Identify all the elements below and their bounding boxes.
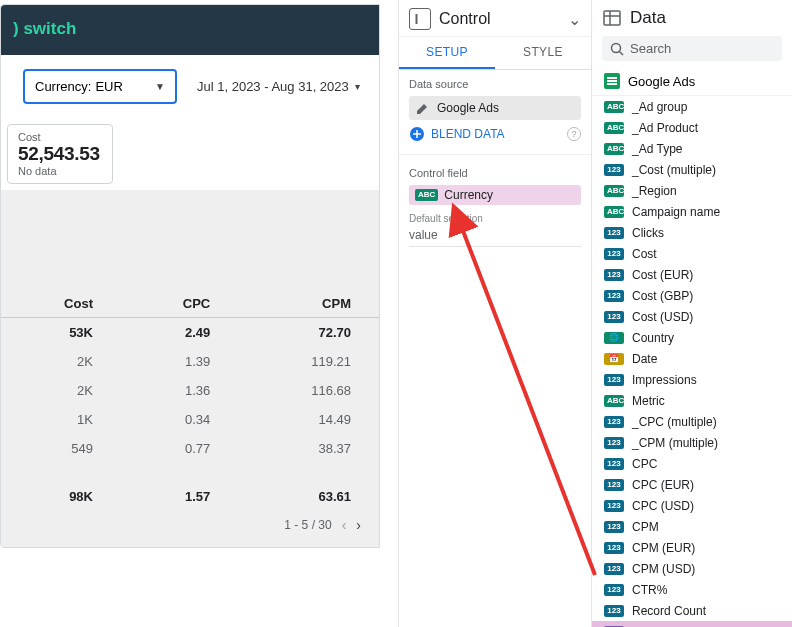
type-badge-icon: 123	[604, 290, 624, 302]
field-item[interactable]: ABC_Region	[592, 180, 792, 201]
field-item[interactable]: 123Cost (GBP)	[592, 285, 792, 306]
report-card: ) switch Currency: EUR ▼ Jul 1, 2023 - A…	[0, 4, 380, 548]
field-item[interactable]: 123CTR%	[592, 579, 792, 600]
plus-circle-icon	[409, 126, 425, 142]
field-item[interactable]: @Currency	[592, 621, 792, 627]
table-cell: 549	[1, 434, 121, 463]
field-item[interactable]: 📅Date	[592, 348, 792, 369]
col-header[interactable]: CPC	[121, 288, 238, 318]
panel-title: Data	[630, 8, 666, 28]
type-badge-icon: 123	[604, 374, 624, 386]
table-row[interactable]: 2K1.36116.68	[1, 376, 379, 405]
panel-title: Control	[439, 10, 560, 28]
type-badge-icon: ABC	[604, 143, 624, 155]
control-field-chip[interactable]: ABC Currency	[409, 185, 581, 205]
field-item[interactable]: 🌐Country	[592, 327, 792, 348]
field-item[interactable]: 123CPM	[592, 516, 792, 537]
field-item[interactable]: 123_CPM (multiple)	[592, 432, 792, 453]
field-label: Campaign name	[632, 205, 720, 219]
data-source-chip[interactable]: Google Ads	[409, 96, 581, 120]
section-label: Data source	[409, 78, 581, 90]
table-row[interactable]: 2K1.39119.21	[1, 347, 379, 376]
section-label: Control field	[409, 167, 581, 179]
table-cell: 1K	[1, 405, 121, 434]
report-table[interactable]: Cost CPC CPM 53K2.4972.702K1.39119.212K1…	[1, 278, 379, 547]
google-ads-icon	[604, 73, 620, 89]
type-badge-icon: ABC	[604, 122, 624, 134]
field-item[interactable]: 123Impressions	[592, 369, 792, 390]
table-pager: 1 - 5 / 30 ‹ ›	[1, 511, 379, 533]
type-badge-icon: 123	[604, 458, 624, 470]
blend-data-button[interactable]: BLEND DATA	[431, 127, 505, 141]
table-row[interactable]: 1K0.3414.49	[1, 405, 379, 434]
field-item[interactable]: 123CPC (EUR)	[592, 474, 792, 495]
type-badge-icon: 123	[604, 248, 624, 260]
scorecard-label: Cost	[18, 131, 100, 143]
scorecard-cost[interactable]: Cost 52,543.53 No data	[7, 124, 113, 184]
field-item[interactable]: 123CPC	[592, 453, 792, 474]
total-cell: 63.61	[238, 463, 379, 511]
chevron-down-icon: ▼	[155, 81, 165, 92]
field-label: Metric	[632, 394, 665, 408]
field-item[interactable]: ABCCampaign name	[592, 201, 792, 222]
field-item[interactable]: 123_Cost (multiple)	[592, 159, 792, 180]
report-canvas: ) switch Currency: EUR ▼ Jul 1, 2023 - A…	[0, 0, 394, 627]
type-badge-icon: 🌐	[604, 332, 624, 344]
scorecard-value: 52,543.53	[18, 143, 100, 165]
field-label: Cost	[632, 247, 657, 261]
field-item[interactable]: 123Cost	[592, 243, 792, 264]
field-label: _Ad Product	[632, 121, 698, 135]
field-label: _Ad Type	[632, 142, 682, 156]
field-label: _Cost (multiple)	[632, 163, 716, 177]
field-item[interactable]: ABCMetric	[592, 390, 792, 411]
field-item[interactable]: ABC_Ad group	[592, 96, 792, 117]
data-source-row[interactable]: Google Ads	[592, 67, 792, 96]
table-cell: 2K	[1, 347, 121, 376]
field-item[interactable]: 123Cost (EUR)	[592, 264, 792, 285]
currency-control[interactable]: Currency: EUR ▼	[23, 69, 177, 104]
type-badge-icon: 📅	[604, 353, 624, 365]
field-label: CPC (EUR)	[632, 478, 694, 492]
tab-setup[interactable]: SETUP	[399, 37, 495, 69]
search-input[interactable]: Search	[602, 36, 782, 61]
type-badge-icon: 123	[604, 269, 624, 281]
table-cell: 2K	[1, 376, 121, 405]
col-header[interactable]: Cost	[1, 288, 121, 318]
tab-style[interactable]: STYLE	[495, 37, 591, 69]
table-row[interactable]: 53K2.4972.70	[1, 318, 379, 348]
field-label: Cost (USD)	[632, 310, 693, 324]
total-cell: 1.57	[121, 463, 238, 511]
field-item[interactable]: 123CPM (EUR)	[592, 537, 792, 558]
data-panel: Data Search Google Ads ABC_Ad groupABC_A…	[592, 0, 792, 627]
type-badge-icon: 123	[604, 311, 624, 323]
field-item[interactable]: 123CPM (USD)	[592, 558, 792, 579]
field-item[interactable]: ABC_Ad Type	[592, 138, 792, 159]
field-label: _CPC (multiple)	[632, 415, 717, 429]
table-cell: 116.68	[238, 376, 379, 405]
table-cell: 2.49	[121, 318, 238, 348]
field-item[interactable]: 123Record Count	[592, 600, 792, 621]
col-header[interactable]: CPM	[238, 288, 379, 318]
date-range-control[interactable]: Jul 1, 2023 - Aug 31, 2023 ▾	[197, 79, 360, 94]
field-item[interactable]: 123_CPC (multiple)	[592, 411, 792, 432]
field-label: CPM (USD)	[632, 562, 695, 576]
field-label: CPC	[632, 457, 657, 471]
svg-point-5	[612, 43, 621, 52]
filter-row: Currency: EUR ▼ Jul 1, 2023 - Aug 31, 20…	[1, 65, 379, 110]
type-badge-icon: 123	[604, 500, 624, 512]
field-label: _Ad group	[632, 100, 687, 114]
field-item[interactable]: 123Cost (USD)	[592, 306, 792, 327]
table-row[interactable]: 5490.7738.37	[1, 434, 379, 463]
chevron-right-icon[interactable]: ›	[356, 517, 361, 533]
info-icon[interactable]: ?	[567, 127, 581, 141]
chevron-down-icon: ▾	[355, 81, 360, 92]
field-item[interactable]: 123CPC (USD)	[592, 495, 792, 516]
default-selection-input[interactable]: value	[409, 224, 581, 247]
chevron-left-icon[interactable]: ‹	[342, 517, 347, 533]
type-badge-icon: 123	[604, 164, 624, 176]
svg-rect-2	[604, 11, 620, 25]
type-badge-icon: 123	[604, 542, 624, 554]
chevron-down-icon[interactable]: ⌄	[568, 10, 581, 29]
field-item[interactable]: ABC_Ad Product	[592, 117, 792, 138]
field-item[interactable]: 123Clicks	[592, 222, 792, 243]
